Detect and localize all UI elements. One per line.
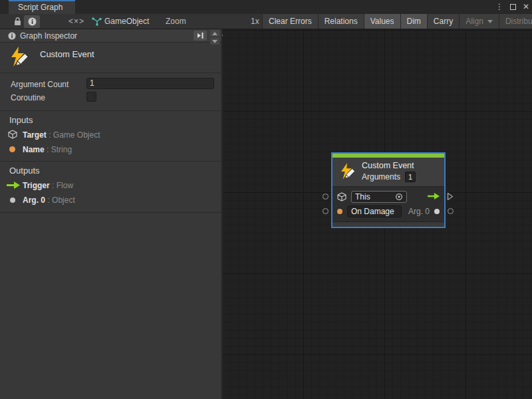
title-bar: Script Graph ⋮ ✕: [0, 0, 532, 14]
object-dot-icon: [434, 209, 440, 214]
zoom-value: 1x: [251, 14, 259, 29]
info-icon: [28, 17, 37, 26]
coroutine-label: Coroutine: [11, 93, 45, 102]
arguments-label: Arguments: [362, 172, 400, 182]
align-dropdown[interactable]: Align: [459, 14, 499, 29]
arguments-count-field[interactable]: 1: [405, 172, 416, 182]
info-icon: [8, 32, 16, 42]
tab-script-graph[interactable]: Script Graph: [9, 0, 75, 14]
inspector-toggle-button[interactable]: [24, 15, 40, 28]
node-title: Custom Event: [362, 161, 416, 170]
panel-title: Graph Inspector: [20, 29, 77, 43]
dock-panel-button[interactable]: [194, 31, 207, 41]
cube-icon: [337, 192, 346, 201]
close-icon[interactable]: ✕: [523, 0, 529, 14]
window-controls: ⋮ ✕: [495, 0, 529, 14]
toolbar-buttons: Clear Errors Relations Values Dim Carry …: [262, 14, 532, 29]
node-header[interactable]: Custom Event Arguments 1: [332, 158, 444, 186]
window-menu-icon[interactable]: ⋮: [495, 0, 503, 14]
unit-title: Custom Event: [40, 49, 94, 59]
input-row-name: Name : String: [23, 145, 72, 154]
triangle-down-icon: [212, 40, 217, 43]
input-port-name[interactable]: [323, 208, 329, 214]
coroutine-checkbox[interactable]: [86, 92, 96, 102]
panel-scrollbar: [210, 30, 219, 45]
target-picker-icon[interactable]: [395, 193, 403, 201]
scroll-up-button[interactable]: [210, 30, 219, 37]
argument-count-label: Argument Count: [11, 80, 68, 89]
graph-inspector-panel: Graph Inspector Custom Event Argument Co…: [0, 29, 222, 399]
carry-button[interactable]: Carry: [427, 14, 459, 29]
node-row-name: On Damage Arg. 0: [337, 204, 440, 219]
triangle-up-icon: [212, 32, 217, 35]
divider: [0, 212, 222, 213]
dim-button[interactable]: Dim: [400, 14, 427, 29]
maximize-icon[interactable]: [510, 4, 516, 10]
input-port-target[interactable]: [323, 194, 329, 200]
divider: [0, 110, 222, 111]
triangle-port-icon: [447, 192, 454, 201]
lock-icon[interactable]: [14, 17, 21, 28]
outputs-section-title: Outputs: [9, 166, 40, 176]
object-dot-icon: [10, 198, 15, 203]
inputs-section-title: Inputs: [9, 115, 33, 125]
cube-icon: [8, 130, 17, 141]
graph-toolbar: <×> GameObject Zoom 1x Clear Errors Rela…: [0, 14, 532, 29]
node-footer: [332, 221, 444, 227]
flow-arrow-icon: [7, 182, 20, 191]
custom-event-icon: [338, 163, 356, 180]
output-row-arg0: Arg. 0 : Object: [23, 196, 75, 205]
target-dropdown[interactable]: This: [351, 191, 407, 203]
custom-event-icon: [8, 47, 29, 70]
flow-arrow-icon: [428, 192, 440, 201]
input-row-target: Target : Game Object: [23, 130, 100, 140]
tab-title: Script Graph: [18, 3, 63, 12]
string-dot-icon: [9, 146, 15, 152]
output-port-trigger[interactable]: [447, 192, 454, 203]
divider: [0, 72, 222, 73]
chevron-down-icon: [487, 20, 493, 23]
relations-button[interactable]: Relations: [318, 14, 364, 29]
gameobject-reference[interactable]: GameObject: [104, 14, 149, 29]
output-port-arg0[interactable]: [448, 208, 454, 214]
argument-count-input[interactable]: 1: [86, 78, 214, 89]
clear-errors-button[interactable]: Clear Errors: [262, 14, 318, 29]
scroll-down-button[interactable]: [210, 38, 219, 45]
string-dot-icon: [337, 209, 342, 214]
node-body: This On Damage Arg. 0: [332, 186, 444, 221]
zoom-label: Zoom: [166, 14, 186, 29]
code-view-icon[interactable]: <×>: [68, 14, 84, 29]
graph-canvas[interactable]: Custom Event Arguments 1 This: [223, 29, 532, 399]
divider: [0, 161, 222, 162]
arg0-label: Arg. 0: [408, 207, 430, 216]
event-name-input[interactable]: On Damage: [347, 205, 402, 217]
gameobject-icon: [92, 17, 102, 28]
distribute-dropdown[interactable]: Distribute: [499, 14, 532, 29]
values-button[interactable]: Values: [364, 14, 400, 29]
output-row-trigger: Trigger : Flow: [23, 181, 73, 190]
node-row-target: This: [337, 190, 440, 204]
graph-inspector-header: Graph Inspector: [0, 29, 221, 43]
dock-right-icon: [196, 32, 204, 39]
custom-event-node[interactable]: Custom Event Arguments 1 This: [331, 152, 446, 228]
unity-visual-scripting-window: Script Graph ⋮ ✕ <×> GameObject Zoom 1x …: [0, 0, 532, 399]
